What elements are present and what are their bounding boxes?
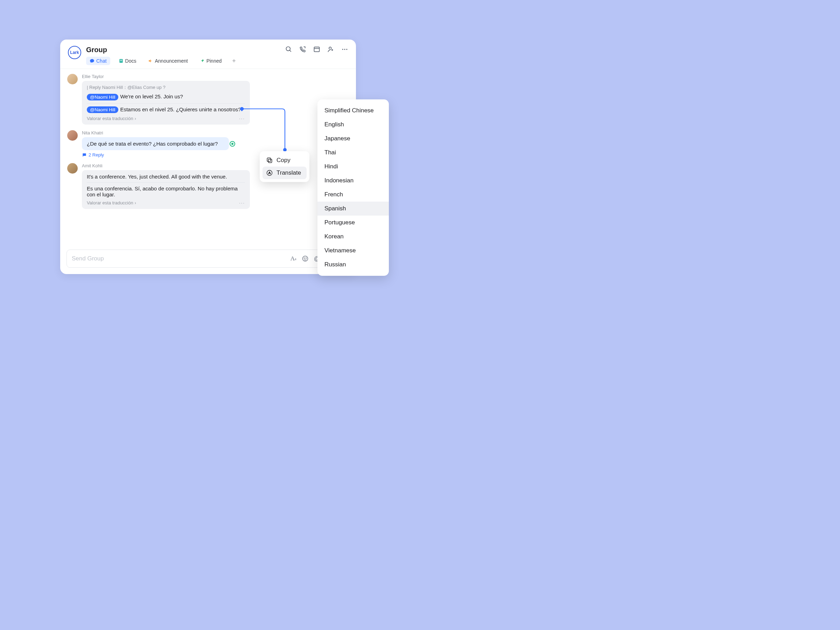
context-item-label: Translate [276,169,301,177]
reply-count-text: 2 Reply [88,152,104,158]
language-option[interactable]: Russian [317,257,389,272]
chat-window: Lark Group Chat Docs Announcement P [60,39,356,274]
call-icon[interactable] [299,46,306,53]
rate-translation-link[interactable]: Valorar esta traducción› [87,116,136,121]
tab-docs[interactable]: Docs [115,57,140,65]
svg-point-13 [303,256,308,261]
translate-icon: A [266,169,273,177]
translated-text: Es una conferencia. Sí, acabo de comprob… [87,185,245,197]
add-member-icon[interactable] [327,46,334,53]
context-translate[interactable]: A Translate [262,167,306,179]
composer-placeholder: Send Group [72,255,104,262]
message-more-icon[interactable]: ··· [239,116,245,121]
message-text: It's a conference. Yes, just checked. Al… [87,174,245,180]
message-list: Ellie Taylor | Reply Naomi Hill：@Elias C… [60,69,356,246]
search-icon[interactable] [285,46,292,53]
svg-point-11 [344,49,346,50]
context-copy[interactable]: Copy [262,154,306,167]
tabs: Chat Docs Announcement Pinned + [86,57,348,69]
language-option[interactable]: Indonesian [317,174,389,188]
language-option[interactable]: Portuguese [317,216,389,230]
language-option[interactable]: Korean [317,230,389,243]
svg-point-14 [304,258,305,259]
message-bubble[interactable]: ¿De qué se trata el evento? ¿Has comprob… [82,137,229,150]
docs-icon [118,58,123,63]
chevron-right-icon: › [135,116,136,121]
tab-chat[interactable]: Chat [86,57,110,65]
svg-rect-2 [120,60,122,61]
language-option[interactable]: English [317,118,389,132]
sender-name: Nita Khatri [82,130,349,136]
add-tab-button[interactable]: + [230,57,238,65]
message-line-original: @Naomi HillWe're on level 25. Join us? [87,93,245,101]
language-option[interactable]: French [317,188,389,202]
header: Lark Group Chat Docs Announcement P [60,39,356,69]
message-more-icon[interactable]: ··· [239,200,245,205]
svg-rect-25 [268,159,272,163]
tab-label: Docs [125,58,136,64]
svg-rect-26 [267,158,270,161]
language-menu: Simplified ChineseEnglishJapaneseThaiHin… [317,99,389,276]
language-option[interactable]: Spanish [317,202,389,216]
language-option[interactable]: Simplified Chinese [317,104,389,118]
copy-icon [266,157,273,164]
font-icon[interactable]: Aa [290,255,297,262]
rate-translation-link[interactable]: Valorar esta traducción› [87,200,136,205]
pin-icon [200,58,205,63]
message-bubble[interactable]: It's a conference. Yes, just checked. Al… [82,170,250,209]
tab-label: Announcement [155,58,188,64]
svg-point-7 [329,47,332,49]
mention-chip[interactable]: @Naomi Hill [87,106,118,113]
message-composer[interactable]: Send Group Aa @ [66,249,350,268]
message-bubble[interactable]: | Reply Naomi Hill：@Elias Come up ? @Nao… [82,81,250,125]
language-option[interactable]: Vietnamese [317,243,389,257]
reply-icon [82,153,87,158]
tab-pinned[interactable]: Pinned [196,57,226,65]
message-text: ¿De qué se trata el evento? ¿Has comprob… [87,141,218,147]
status-badge-icon [230,141,235,147]
svg-point-12 [346,49,347,50]
svg-line-4 [290,51,291,52]
tab-label: Chat [96,58,107,64]
chat-icon [90,58,95,63]
megaphone-icon [148,58,153,63]
message-line-translated: @Naomi HillEstamos en el nivel 25. ¿Quie… [87,106,245,114]
language-option[interactable]: Hindi [317,159,389,174]
language-option[interactable]: Japanese [317,132,389,145]
avatar[interactable] [67,163,78,174]
more-icon[interactable] [341,46,348,53]
tab-announcement[interactable]: Announcement [145,57,191,65]
header-actions [285,46,348,53]
svg-text:A: A [268,171,271,175]
message: Ellie Taylor | Reply Naomi Hill：@Elias C… [67,74,349,125]
svg-point-3 [286,47,291,51]
svg-point-10 [342,49,343,50]
svg-rect-5 [314,47,319,51]
mention-chip[interactable]: @Naomi Hill [87,94,118,101]
app-logo: Lark [68,46,81,59]
quoted-reply: | Reply Naomi Hill：@Elias Come up ? [87,84,245,91]
chevron-right-icon: › [135,201,136,205]
svg-point-15 [306,258,306,259]
context-item-label: Copy [276,157,291,164]
emoji-icon[interactable] [302,255,309,262]
translated-text: Estamos en el nivel 25. ¿Quieres unirte … [120,106,241,112]
language-option[interactable]: Thai [317,145,389,159]
panel-icon[interactable] [313,46,320,53]
context-menu: Copy A Translate [260,151,309,182]
logo-text: Lark [70,50,79,55]
message-text: We're on level 25. Join us? [120,93,183,99]
tab-label: Pinned [207,58,222,64]
svg-rect-1 [120,60,122,60]
sender-name: Ellie Taylor [82,74,349,79]
avatar[interactable] [67,130,78,141]
avatar[interactable] [67,74,78,84]
